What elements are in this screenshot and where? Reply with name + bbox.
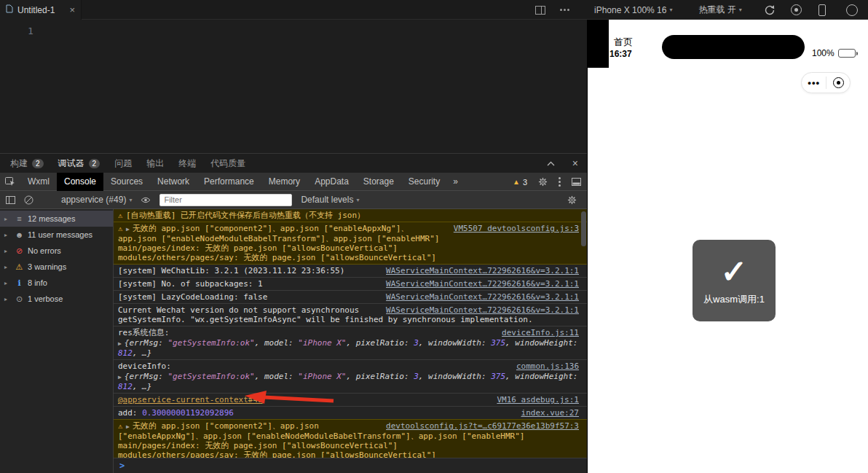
partial-tool-icon[interactable] bbox=[842, 4, 855, 16]
execution-context-selector[interactable]: appservice (#49) ▾ bbox=[61, 195, 132, 205]
log-levels-selector[interactable]: Default levels ▾ bbox=[301, 195, 359, 205]
tab-close-icon[interactable]: × bbox=[69, 5, 75, 15]
source-link[interactable]: WAServiceMainContext…722962616&v=3.2.1:1 bbox=[386, 266, 579, 275]
collapse-arrow-icon: ▸ bbox=[4, 280, 11, 286]
simulator-header: iPhone X 100% 16 ▾ 热重载 开 ▾ bbox=[591, 0, 868, 20]
console-message: index.vue:27add: 0.30000001192092896 bbox=[114, 407, 587, 420]
eye-icon[interactable] bbox=[141, 197, 151, 203]
console-filter-no-errors[interactable]: ▸⊘No errors bbox=[0, 243, 113, 259]
source-link[interactable]: devtoolsconfig.js?t=…c69177e36e13b9f57:3 bbox=[386, 421, 579, 431]
devtools-tab-console[interactable]: Console bbox=[57, 173, 103, 191]
toast-text: 从wasm调用:1 bbox=[703, 293, 765, 306]
capsule-more-icon[interactable]: ••• bbox=[808, 78, 820, 87]
preview-token: , model: bbox=[255, 372, 299, 381]
split-editor-icon[interactable] bbox=[535, 6, 545, 15]
scrollbar-thumb[interactable] bbox=[581, 211, 586, 246]
panel-tab-label: 问题 bbox=[114, 157, 132, 170]
devtools-tab-security[interactable]: Security bbox=[401, 173, 447, 191]
expand-arrow-icon[interactable]: ▶ bbox=[126, 226, 130, 232]
preview-token: , …} bbox=[133, 348, 152, 358]
expand-arrow-icon[interactable]: ▶ bbox=[118, 340, 122, 347]
record-icon[interactable] bbox=[789, 4, 802, 15]
miniprogram-capsule[interactable]: ••• bbox=[801, 72, 851, 93]
clear-console-icon[interactable] bbox=[24, 195, 33, 205]
console-filter-warning[interactable]: ▸⚠3 warnings bbox=[0, 259, 113, 275]
preview-token: , windowHeight: bbox=[505, 338, 583, 348]
console-filter-list[interactable]: ▸≡12 messages bbox=[0, 211, 113, 227]
panel-close-icon[interactable]: × bbox=[572, 157, 578, 169]
object-preview[interactable]: ▶{errMsg: "getSystemInfo:ok", model: "iP… bbox=[118, 338, 579, 358]
console-prompt[interactable]: > bbox=[114, 458, 587, 473]
more-actions-icon[interactable] bbox=[560, 9, 569, 11]
object-preview[interactable]: ▶{errMsg: "getSystemInfo:ok", model: "iP… bbox=[118, 372, 579, 391]
filter-item-label: 12 messages bbox=[28, 214, 75, 223]
filter-input[interactable] bbox=[159, 194, 292, 206]
panel-tab-label: 构建 bbox=[10, 157, 28, 170]
devtools-tab-sources[interactable]: Sources bbox=[103, 173, 150, 191]
devtools-tab-memory[interactable]: Memory bbox=[261, 173, 307, 191]
console-filter-info[interactable]: ▸ℹ8 info bbox=[0, 275, 113, 291]
console-settings-gear-icon[interactable] bbox=[567, 195, 577, 205]
editor-tab[interactable]: Untitled-1 × bbox=[0, 0, 82, 20]
panel-tab[interactable]: 终端 bbox=[171, 154, 203, 173]
devtools-tab-performance[interactable]: Performance bbox=[197, 173, 261, 191]
source-link[interactable]: WAServiceMainContext…722962616&v=3.2.1:1 bbox=[386, 305, 579, 315]
console-filter-user[interactable]: ▸☻11 user messages bbox=[0, 227, 113, 243]
devtools-tab-storage[interactable]: Storage bbox=[356, 173, 401, 191]
preview-token: , …} bbox=[133, 382, 152, 391]
devtools-tab-appdata[interactable]: AppData bbox=[307, 173, 356, 191]
phone-device-icon[interactable] bbox=[816, 4, 829, 16]
text-token: [system] WeChatLib: 3.2.1 (2023.11.12 23… bbox=[118, 266, 344, 275]
tabs-overflow-icon[interactable]: » bbox=[447, 176, 464, 187]
source-link[interactable]: common.js:136 bbox=[516, 361, 579, 371]
panel-tab[interactable]: 问题 bbox=[107, 154, 139, 173]
warning-icon: ⚠ bbox=[118, 422, 122, 430]
battery-icon bbox=[838, 49, 856, 58]
message-content: WAServiceMainContext…722962616&v=3.2.1:1… bbox=[118, 305, 579, 324]
scrollbar[interactable] bbox=[580, 209, 587, 260]
warning-count: 3 bbox=[523, 178, 527, 187]
warning-icon: ⚠ bbox=[15, 262, 24, 272]
panel-tab[interactable]: 构建2 bbox=[3, 154, 51, 173]
code-editor[interactable]: 1 bbox=[0, 20, 587, 153]
panel-tab[interactable]: 代码质量 bbox=[203, 154, 253, 173]
settings-gear-icon[interactable] bbox=[538, 177, 548, 187]
console-messages: ⚠[自动热重载] 已开启代码文件保存后自动热重载（不支持 json）VM5507… bbox=[114, 209, 587, 458]
device-notch bbox=[662, 35, 805, 59]
warnings-indicator[interactable]: ▲ 3 bbox=[513, 178, 527, 187]
dock-side-icon[interactable] bbox=[572, 178, 581, 186]
log-label: deviceInfo: bbox=[118, 361, 171, 371]
devtools-tab-wxml[interactable]: Wxml bbox=[20, 173, 57, 191]
preview-token: , model: bbox=[255, 338, 299, 348]
expand-arrow-icon[interactable]: ▶ bbox=[118, 374, 122, 380]
device-selector[interactable]: iPhone X 100% 16 ▾ bbox=[594, 5, 672, 15]
text-token: [自动热重载] 已开启代码文件保存后自动热重载（不支持 json） bbox=[126, 211, 365, 220]
panel-tab-badge: 2 bbox=[89, 159, 100, 168]
user-icon: ☻ bbox=[15, 230, 24, 239]
source-link[interactable]: WAServiceMainContext…722962616&v=3.2.1:1 bbox=[386, 292, 579, 302]
devtools-tab-network[interactable]: Network bbox=[150, 173, 197, 191]
message-content: WAServiceMainContext…722962616&v=3.2.1:1… bbox=[118, 292, 579, 302]
panel-collapse-icon[interactable] bbox=[547, 161, 555, 166]
source-link[interactable]: deviceInfo.js:11 bbox=[502, 328, 579, 337]
preview-token: "iPhone X" bbox=[298, 338, 346, 348]
source-link[interactable]: VM5507 devtoolsconfig.js:3 bbox=[454, 224, 579, 233]
preview-token: , pixelRatio: bbox=[347, 338, 414, 348]
console-sidebar-toggle-icon[interactable] bbox=[6, 196, 15, 204]
preview-token: 375 bbox=[491, 338, 505, 348]
source-link[interactable]: index.vue:27 bbox=[521, 408, 579, 418]
capsule-exit-icon[interactable] bbox=[833, 77, 844, 88]
hot-reload-toggle[interactable]: 热重载 开 ▾ bbox=[698, 4, 741, 16]
panel-tab[interactable]: 调试器2 bbox=[51, 154, 108, 173]
inspect-element-icon[interactable] bbox=[0, 177, 20, 187]
source-link[interactable]: WAServiceMainContext…722962616&v=3.2.1:1 bbox=[386, 279, 579, 289]
warning-icon: ⚠ bbox=[118, 224, 122, 232]
source-link[interactable]: VM16 asdebug.js:1 bbox=[497, 395, 579, 404]
more-options-icon[interactable] bbox=[559, 177, 561, 187]
console-filter-verbose[interactable]: ▸⊙1 verbose bbox=[0, 291, 113, 307]
refresh-icon[interactable] bbox=[763, 4, 776, 16]
panel-tab[interactable]: 输出 bbox=[139, 154, 171, 173]
chevron-down-icon: ▾ bbox=[739, 7, 742, 13]
preview-token: 812 bbox=[118, 382, 133, 391]
expand-arrow-icon[interactable]: ▶ bbox=[126, 423, 130, 430]
